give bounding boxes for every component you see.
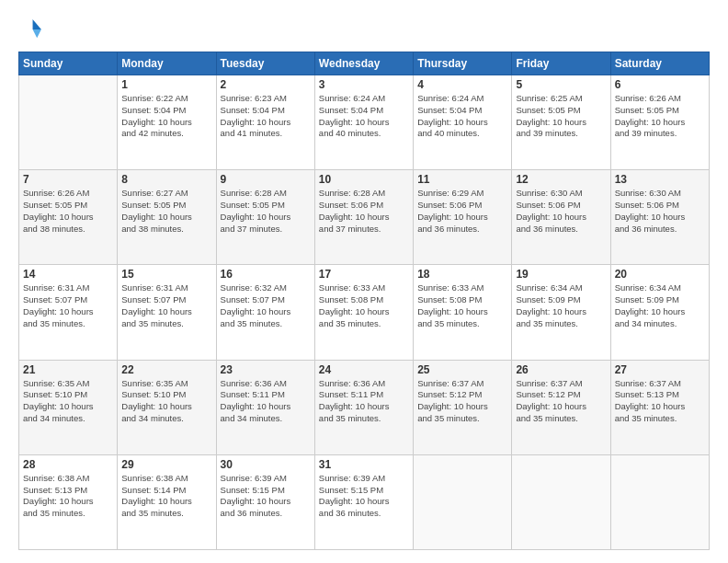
day-cell-28: 28Sunrise: 6:38 AM Sunset: 5:13 PM Dayli…: [19, 454, 118, 549]
day-cell-30: 30Sunrise: 6:39 AM Sunset: 5:15 PM Dayli…: [216, 454, 314, 549]
empty-cell: [19, 75, 118, 170]
day-info: Sunrise: 6:23 AM Sunset: 5:04 PM Dayligh…: [221, 93, 311, 140]
day-cell-7: 7Sunrise: 6:26 AM Sunset: 5:05 PM Daylig…: [19, 170, 118, 265]
empty-cell: [414, 454, 512, 549]
day-cell-13: 13Sunrise: 6:30 AM Sunset: 5:06 PM Dayli…: [610, 170, 709, 265]
day-info: Sunrise: 6:28 AM Sunset: 5:06 PM Dayligh…: [319, 188, 409, 235]
day-number: 19: [516, 268, 606, 281]
day-info: Sunrise: 6:32 AM Sunset: 5:07 PM Dayligh…: [221, 282, 311, 329]
day-cell-23: 23Sunrise: 6:36 AM Sunset: 5:11 PM Dayli…: [216, 360, 314, 454]
day-cell-17: 17Sunrise: 6:33 AM Sunset: 5:08 PM Dayli…: [314, 265, 413, 360]
day-info: Sunrise: 6:29 AM Sunset: 5:06 PM Dayligh…: [417, 188, 507, 235]
day-info: Sunrise: 6:34 AM Sunset: 5:09 PM Dayligh…: [516, 282, 606, 329]
day-cell-14: 14Sunrise: 6:31 AM Sunset: 5:07 PM Dayli…: [19, 265, 118, 360]
day-number: 9: [221, 173, 311, 186]
day-info: Sunrise: 6:27 AM Sunset: 5:05 PM Dayligh…: [121, 188, 211, 235]
day-info: Sunrise: 6:39 AM Sunset: 5:15 PM Dayligh…: [221, 473, 311, 520]
day-cell-12: 12Sunrise: 6:30 AM Sunset: 5:06 PM Dayli…: [512, 170, 610, 265]
day-cell-11: 11Sunrise: 6:29 AM Sunset: 5:06 PM Dayli…: [414, 170, 512, 265]
weekday-header-wednesday: Wednesday: [314, 52, 413, 75]
empty-cell: [512, 454, 610, 549]
day-cell-9: 9Sunrise: 6:28 AM Sunset: 5:05 PM Daylig…: [216, 170, 314, 265]
day-cell-20: 20Sunrise: 6:34 AM Sunset: 5:09 PM Dayli…: [610, 265, 709, 360]
day-number: 17: [319, 268, 409, 281]
day-cell-29: 29Sunrise: 6:38 AM Sunset: 5:14 PM Dayli…: [118, 454, 216, 549]
day-number: 23: [221, 363, 311, 376]
day-info: Sunrise: 6:26 AM Sunset: 5:05 PM Dayligh…: [23, 188, 113, 235]
day-number: 31: [319, 458, 409, 471]
day-number: 26: [516, 363, 606, 376]
day-info: Sunrise: 6:37 AM Sunset: 5:12 PM Dayligh…: [417, 378, 507, 425]
day-number: 27: [615, 363, 705, 376]
day-cell-15: 15Sunrise: 6:31 AM Sunset: 5:07 PM Dayli…: [118, 265, 216, 360]
day-info: Sunrise: 6:26 AM Sunset: 5:05 PM Dayligh…: [615, 93, 705, 140]
day-cell-24: 24Sunrise: 6:36 AM Sunset: 5:11 PM Dayli…: [314, 360, 413, 454]
day-number: 12: [516, 173, 606, 186]
day-info: Sunrise: 6:24 AM Sunset: 5:04 PM Dayligh…: [417, 93, 507, 140]
day-cell-18: 18Sunrise: 6:33 AM Sunset: 5:08 PM Dayli…: [414, 265, 512, 360]
day-number: 3: [319, 78, 409, 91]
calendar-table: SundayMondayTuesdayWednesdayThursdayFrid…: [18, 52, 710, 550]
week-row-4: 21Sunrise: 6:35 AM Sunset: 5:10 PM Dayli…: [19, 360, 710, 454]
week-row-2: 7Sunrise: 6:26 AM Sunset: 5:05 PM Daylig…: [19, 170, 710, 265]
day-info: Sunrise: 6:24 AM Sunset: 5:04 PM Dayligh…: [319, 93, 409, 140]
day-number: 8: [121, 173, 211, 186]
day-info: Sunrise: 6:36 AM Sunset: 5:11 PM Dayligh…: [221, 378, 311, 425]
header: [18, 17, 710, 42]
day-number: 21: [23, 363, 113, 376]
day-cell-25: 25Sunrise: 6:37 AM Sunset: 5:12 PM Dayli…: [414, 360, 512, 454]
day-cell-1: 1Sunrise: 6:22 AM Sunset: 5:04 PM Daylig…: [118, 75, 216, 170]
day-cell-4: 4Sunrise: 6:24 AM Sunset: 5:04 PM Daylig…: [414, 75, 512, 170]
day-number: 1: [121, 78, 211, 91]
weekday-header-thursday: Thursday: [414, 52, 512, 75]
day-cell-21: 21Sunrise: 6:35 AM Sunset: 5:10 PM Dayli…: [19, 360, 118, 454]
day-number: 2: [221, 78, 311, 91]
day-number: 4: [417, 78, 507, 91]
day-cell-3: 3Sunrise: 6:24 AM Sunset: 5:04 PM Daylig…: [314, 75, 413, 170]
day-info: Sunrise: 6:38 AM Sunset: 5:13 PM Dayligh…: [23, 473, 113, 520]
day-cell-2: 2Sunrise: 6:23 AM Sunset: 5:04 PM Daylig…: [216, 75, 314, 170]
day-cell-5: 5Sunrise: 6:25 AM Sunset: 5:05 PM Daylig…: [512, 75, 610, 170]
day-info: Sunrise: 6:33 AM Sunset: 5:08 PM Dayligh…: [417, 282, 507, 329]
weekday-header-saturday: Saturday: [610, 52, 709, 75]
page: SundayMondayTuesdayWednesdayThursdayFrid…: [0, 0, 728, 563]
day-cell-27: 27Sunrise: 6:37 AM Sunset: 5:13 PM Dayli…: [610, 360, 709, 454]
day-info: Sunrise: 6:39 AM Sunset: 5:15 PM Dayligh…: [319, 473, 409, 520]
day-info: Sunrise: 6:34 AM Sunset: 5:09 PM Dayligh…: [615, 282, 705, 329]
day-cell-10: 10Sunrise: 6:28 AM Sunset: 5:06 PM Dayli…: [314, 170, 413, 265]
day-number: 7: [23, 173, 113, 186]
logo: [18, 17, 48, 42]
day-info: Sunrise: 6:31 AM Sunset: 5:07 PM Dayligh…: [121, 282, 211, 329]
day-number: 30: [221, 458, 311, 471]
day-cell-31: 31Sunrise: 6:39 AM Sunset: 5:15 PM Dayli…: [314, 454, 413, 549]
logo-icon: [18, 17, 44, 42]
weekday-header-tuesday: Tuesday: [216, 52, 314, 75]
weekday-header-sunday: Sunday: [19, 52, 118, 75]
day-cell-8: 8Sunrise: 6:27 AM Sunset: 5:05 PM Daylig…: [118, 170, 216, 265]
day-number: 11: [417, 173, 507, 186]
day-number: 28: [23, 458, 113, 471]
weekday-header-friday: Friday: [512, 52, 610, 75]
day-info: Sunrise: 6:35 AM Sunset: 5:10 PM Dayligh…: [121, 378, 211, 425]
day-number: 20: [615, 268, 705, 281]
day-number: 25: [417, 363, 507, 376]
day-number: 6: [615, 78, 705, 91]
day-info: Sunrise: 6:30 AM Sunset: 5:06 PM Dayligh…: [516, 188, 606, 235]
week-row-1: 1Sunrise: 6:22 AM Sunset: 5:04 PM Daylig…: [19, 75, 710, 170]
day-info: Sunrise: 6:37 AM Sunset: 5:13 PM Dayligh…: [615, 378, 705, 425]
day-info: Sunrise: 6:37 AM Sunset: 5:12 PM Dayligh…: [516, 378, 606, 425]
day-number: 29: [121, 458, 211, 471]
day-cell-26: 26Sunrise: 6:37 AM Sunset: 5:12 PM Dayli…: [512, 360, 610, 454]
week-row-3: 14Sunrise: 6:31 AM Sunset: 5:07 PM Dayli…: [19, 265, 710, 360]
day-number: 14: [23, 268, 113, 281]
day-info: Sunrise: 6:36 AM Sunset: 5:11 PM Dayligh…: [319, 378, 409, 425]
day-number: 13: [615, 173, 705, 186]
weekday-header-monday: Monday: [118, 52, 216, 75]
day-info: Sunrise: 6:38 AM Sunset: 5:14 PM Dayligh…: [121, 473, 211, 520]
day-number: 18: [417, 268, 507, 281]
day-info: Sunrise: 6:33 AM Sunset: 5:08 PM Dayligh…: [319, 282, 409, 329]
weekday-header-row: SundayMondayTuesdayWednesdayThursdayFrid…: [19, 52, 710, 75]
week-row-5: 28Sunrise: 6:38 AM Sunset: 5:13 PM Dayli…: [19, 454, 710, 549]
day-number: 10: [319, 173, 409, 186]
day-cell-22: 22Sunrise: 6:35 AM Sunset: 5:10 PM Dayli…: [118, 360, 216, 454]
